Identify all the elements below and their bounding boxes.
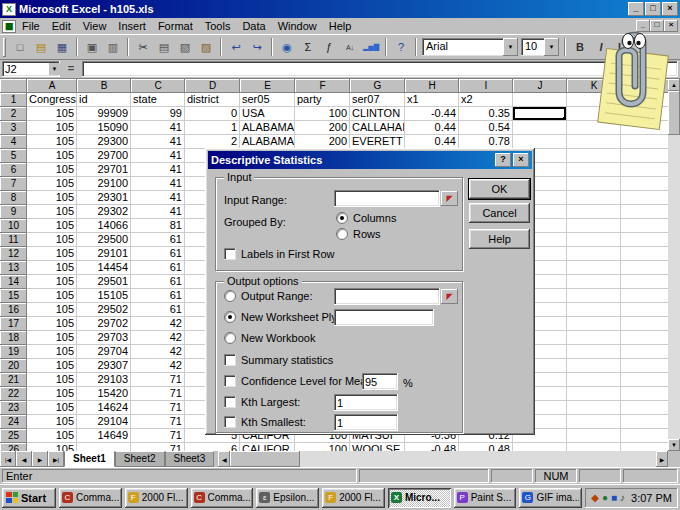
cell-C1[interactable]: state <box>131 93 185 107</box>
toolbar-grip[interactable] <box>3 38 6 57</box>
cell-K25[interactable] <box>567 429 621 443</box>
cell-I4[interactable]: 0.78 <box>459 135 513 149</box>
cell-L7[interactable] <box>621 177 668 191</box>
tab-sheet2[interactable]: Sheet2 <box>115 451 165 467</box>
cell-C25[interactable]: 71 <box>131 429 185 443</box>
cell-B26[interactable] <box>77 443 131 451</box>
cell-A21[interactable]: 105 <box>27 373 77 387</box>
taskbar-button-5[interactable]: XMicro... <box>388 488 451 508</box>
taskbar-button-0[interactable]: CComma... <box>59 488 122 508</box>
cell-B20[interactable]: 29307 <box>77 359 131 373</box>
cell-L9[interactable] <box>621 205 668 219</box>
taskbar-button-6[interactable]: PPaint S... <box>454 488 517 508</box>
new-icon[interactable]: □ <box>10 37 30 57</box>
cell-J26[interactable] <box>513 443 567 451</box>
cell-L19[interactable] <box>621 345 668 359</box>
cell-H4[interactable]: 0.44 <box>405 135 459 149</box>
cell-C2[interactable]: 99 <box>131 107 185 121</box>
cell-C5[interactable]: 41 <box>131 149 185 163</box>
cell-H1[interactable]: x1 <box>405 93 459 107</box>
cell-K18[interactable] <box>567 331 621 345</box>
cell-C19[interactable]: 42 <box>131 345 185 359</box>
cell-L11[interactable] <box>621 233 668 247</box>
cell-K24[interactable] <box>567 415 621 429</box>
cell-B10[interactable]: 14066 <box>77 219 131 233</box>
menu-insert[interactable]: Insert <box>112 19 152 33</box>
open-icon[interactable]: ▤ <box>31 37 51 57</box>
cell-D4[interactable]: 2 <box>185 135 240 149</box>
row-header-2[interactable]: 2 <box>0 107 27 121</box>
sheet-nav-icon-3[interactable]: ▶| <box>48 451 64 467</box>
new-workbook-radio[interactable]: New Workbook <box>224 332 315 344</box>
cell-L5[interactable] <box>621 149 668 163</box>
cancel-button[interactable]: Cancel <box>469 203 530 223</box>
cell-K23[interactable] <box>567 401 621 415</box>
cell-I1[interactable]: x2 <box>459 93 513 107</box>
cell-C6[interactable]: 41 <box>131 163 185 177</box>
cell-B13[interactable]: 14454 <box>77 261 131 275</box>
cell-L26[interactable] <box>621 443 668 451</box>
row-header-3[interactable]: 3 <box>0 121 27 135</box>
cell-B17[interactable]: 29702 <box>77 317 131 331</box>
taskbar-button-7[interactable]: GGIF ima... <box>519 488 582 508</box>
cell-L10[interactable] <box>621 219 668 233</box>
cell-F26[interactable]: 100 <box>295 443 350 451</box>
cell-G3[interactable]: CALLAHAI <box>350 121 405 135</box>
insert-hyperlink-icon[interactable]: ◉ <box>277 37 297 57</box>
close-button[interactable]: × <box>662 2 678 16</box>
cell-J2[interactable] <box>513 107 567 121</box>
scroll-right-icon[interactable]: ▶ <box>656 451 668 467</box>
row-header-18[interactable]: 18 <box>0 331 27 345</box>
menu-tools[interactable]: Tools <box>199 19 237 33</box>
labels-checkbox-box[interactable] <box>224 248 236 260</box>
row-header-25[interactable]: 25 <box>0 429 27 443</box>
cell-A5[interactable]: 105 <box>27 149 77 163</box>
cell-C24[interactable]: 71 <box>131 415 185 429</box>
horizontal-scrollbar[interactable]: ◀ ▶ <box>218 451 668 467</box>
new-worksheet-ply-radio[interactable]: New Worksheet Ply: <box>224 311 340 323</box>
cell-C12[interactable]: 61 <box>131 247 185 261</box>
cell-L13[interactable] <box>621 261 668 275</box>
font-size-combo[interactable]: 10 ▼ <box>521 38 559 56</box>
row-header-20[interactable]: 20 <box>0 359 27 373</box>
menu-data[interactable]: Data <box>236 19 271 33</box>
cell-L14[interactable] <box>621 275 668 289</box>
row-header-23[interactable]: 23 <box>0 401 27 415</box>
maximize-button[interactable]: □ <box>645 2 661 16</box>
column-header-C[interactable]: C <box>131 79 185 93</box>
office-assistant-clippy[interactable] <box>592 28 674 136</box>
rows-radio-circle[interactable] <box>336 228 348 240</box>
select-all-button[interactable] <box>0 79 27 93</box>
kth-largest-checkbox[interactable]: Kth Largest: <box>224 396 300 408</box>
column-header-F[interactable]: F <box>295 79 350 93</box>
output-range-picker-icon[interactable]: ◤ <box>441 289 458 304</box>
sheet-nav-icon-1[interactable]: ◀ <box>16 451 32 467</box>
cell-C22[interactable]: 71 <box>131 387 185 401</box>
cell-A20[interactable]: 105 <box>27 359 77 373</box>
taskbar-button-3[interactable]: εEpsilon... <box>256 488 319 508</box>
cell-L20[interactable] <box>621 359 668 373</box>
cell-A22[interactable]: 105 <box>27 387 77 401</box>
font-name-dropdown-icon[interactable]: ▼ <box>503 38 518 56</box>
cell-B3[interactable]: 15090 <box>77 121 131 135</box>
output-range-field[interactable] <box>334 288 440 305</box>
cell-B18[interactable]: 29703 <box>77 331 131 345</box>
row-header-7[interactable]: 7 <box>0 177 27 191</box>
cell-C18[interactable]: 42 <box>131 331 185 345</box>
tray-icon-1[interactable]: ◆ <box>591 493 599 503</box>
cell-I3[interactable]: 0.54 <box>459 121 513 135</box>
cell-C17[interactable]: 42 <box>131 317 185 331</box>
row-header-5[interactable]: 5 <box>0 149 27 163</box>
cell-F1[interactable]: party <box>295 93 350 107</box>
cell-K5[interactable] <box>567 149 621 163</box>
cell-C10[interactable]: 81 <box>131 219 185 233</box>
menu-help[interactable]: Help <box>323 19 358 33</box>
copy-icon[interactable]: ▤ <box>154 37 174 57</box>
cell-B25[interactable]: 14649 <box>77 429 131 443</box>
cell-B21[interactable]: 29103 <box>77 373 131 387</box>
paste-icon[interactable]: ▧ <box>175 37 195 57</box>
help-icon[interactable]: ? <box>391 37 411 57</box>
new-workbook-radio-circle[interactable] <box>224 332 236 344</box>
kth-smallest-checkbox-box[interactable] <box>224 416 236 428</box>
cell-K20[interactable] <box>567 359 621 373</box>
